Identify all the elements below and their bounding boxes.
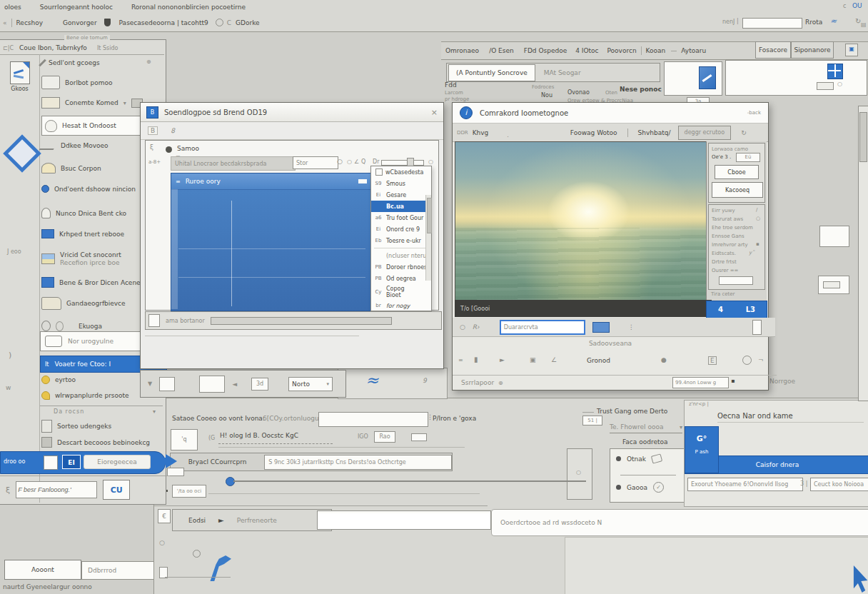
card-footer-button-2[interactable]: Ceuct koo Noiooa — [810, 478, 868, 491]
side-box-2[interactable] — [818, 276, 849, 294]
wave-icon[interactable]: ≈ — [830, 16, 837, 26]
tool-box-icon[interactable] — [159, 377, 175, 391]
setting-item[interactable]: Imrehvror arty — [712, 242, 748, 248]
accept-button[interactable]: Aooont — [4, 560, 81, 580]
setting-item[interactable]: Eirr yuwy — [712, 208, 735, 213]
bg-corner-icon[interactable]: ▣ — [845, 44, 858, 56]
sidebar-item[interactable]: Bene & Bror Dicen Acenedos — [41, 277, 152, 288]
radio-option-2[interactable]: Gaooa ✓ — [616, 482, 664, 493]
menu-item-1[interactable]: oloes — [4, 4, 21, 11]
panel-icon[interactable]: E — [708, 356, 717, 365]
eight-tool-icon[interactable]: 8 — [171, 127, 175, 134]
sidebar-search-input[interactable] — [16, 481, 97, 498]
go-button[interactable] — [592, 322, 610, 333]
bg-menu-item[interactable]: Poovorcn — [607, 47, 637, 54]
bold-tool-icon[interactable]: B — [148, 126, 158, 135]
back-arrow-icon[interactable]: ◄ — [232, 381, 237, 388]
menu-option[interactable]: PBOd oegrea — [371, 273, 431, 284]
mini-tall-box[interactable]: 'q — [171, 429, 198, 450]
mini-slider-track[interactable] — [381, 160, 424, 166]
rail-icon-2[interactable]: a-8+ — [148, 159, 161, 165]
selected-pill-row[interactable]: droo oo EI Eioregeecea — [0, 451, 166, 474]
spinner-box[interactable]: ○ — [567, 448, 592, 500]
ring-icon[interactable] — [742, 356, 752, 365]
sidebar-header-right[interactable]: It Ssido — [97, 45, 118, 51]
menu-item-3[interactable]: Roronal nonononblircien pocoetirne — [131, 4, 246, 11]
note-box[interactable]: Ooerdcrtooe ad rd wssdoceto N — [491, 509, 868, 536]
photo-title-right[interactable]: -back — [747, 110, 761, 116]
sidebar-item[interactable]: Sedl'ont gcoegs — [41, 59, 100, 67]
panel-button-1[interactable]: Cbooe — [715, 165, 759, 179]
globe-icon[interactable]: ● — [661, 356, 667, 363]
bottom-tab-2[interactable]: S 9nc 30k3 jutarrlksttp Cns Dersts!oa Oc… — [264, 455, 452, 470]
euro-box-icon[interactable]: € — [158, 509, 171, 523]
photo-image[interactable] — [455, 141, 707, 301]
toolbar-item-1[interactable]: Recshoy — [16, 19, 44, 26]
rail-icon-1[interactable]: ξ — [150, 144, 153, 151]
card-app-icon[interactable]: G° P ash — [685, 426, 719, 473]
setting-item[interactable]: Tasrurat aws — [712, 216, 743, 222]
menu-option[interactable]: a6Tru foot Gour ew I — [371, 212, 431, 223]
menu-option[interactable]: EbToesre e-ukr — [371, 235, 431, 246]
photo-tab-khvg[interactable]: Khvg — [473, 129, 489, 136]
bg-menu-item[interactable]: Kooan — [646, 47, 666, 54]
setting-item[interactable]: Ousrer == — [712, 268, 738, 273]
pill-checkbox[interactable] — [44, 455, 58, 470]
angle-icon[interactable]: ∠ — [354, 158, 359, 165]
app-icon[interactable] — [10, 61, 30, 84]
bar-icon[interactable]: ▮ — [474, 356, 478, 363]
sidebar-item[interactable]: Ond'oent dshoow nincion — [41, 185, 136, 193]
circle2-icon[interactable]: ○ — [428, 158, 433, 165]
menu-option[interactable]: brfor nogy — [371, 300, 431, 311]
footer-dropdown[interactable]: Norto ▾ — [288, 377, 333, 391]
bg-tab-1[interactable]: Fosacore — [755, 41, 791, 59]
panel-mini-input[interactable]: Eü — [736, 153, 760, 162]
menu-option[interactable]: CyCopog Bioet — [371, 284, 431, 300]
blue-panel-header[interactable]: ≡ Ruroe oory — [171, 173, 371, 190]
sidebar-item[interactable]: Ekuoga — [41, 321, 102, 331]
form-input-1[interactable] — [318, 412, 428, 427]
dropdown-arrow-icon[interactable]: ▼ — [148, 381, 152, 387]
toggle-switch[interactable] — [752, 320, 762, 335]
card-footer-button-1[interactable]: Exoorut Yhoeame 6!Ononvld Ilsog — [687, 478, 803, 491]
panel-input[interactable] — [719, 276, 753, 285]
shield-icon[interactable] — [104, 19, 111, 26]
sidebar-section-item[interactable]: Sorteo udengeks — [41, 420, 111, 433]
menu-option[interactable]: PBDoroer rbnoes — [371, 261, 431, 273]
bottom-tab-1[interactable]: Bryacl CCourrcprn — [171, 458, 264, 465]
dialog-titlebar[interactable]: B Soendlogpoe sd Brend OD19 × — [141, 103, 443, 122]
menu-option[interactable]: (ncluser nteruoe) — [371, 250, 431, 261]
bg-menu-item[interactable]: Omronaeo — [445, 47, 479, 54]
menu-scroll-thumb[interactable] — [427, 198, 432, 233]
setting-item[interactable]: Ennsoe Gans — [712, 233, 745, 239]
sidebar-item[interactable]: Ddkee Movoeo — [41, 141, 108, 150]
menu-option[interactable]: wCbasedesta — [371, 166, 431, 178]
setting-item[interactable]: Drtre frtst — [712, 259, 737, 265]
copy-icon[interactable]: ▤ — [861, 21, 867, 28]
refresh-small-icon[interactable]: ↻ — [741, 129, 747, 136]
box-icon[interactable]: ▣ — [530, 356, 536, 363]
photo-tab-3[interactable]: Foowag Wotoo — [570, 129, 617, 136]
photo-titlebar[interactable]: i Comrakord Ioometognoe -back — [453, 103, 768, 124]
cu-button[interactable]: CU — [103, 480, 130, 500]
value-box[interactable]: '/ta oo oci — [172, 485, 206, 498]
sidebar-item[interactable]: Krhped tnert rebooe — [41, 229, 124, 238]
status-right-box[interactable]: 99.4non Loww g — [672, 377, 729, 388]
menu-option[interactable]: EiOnord cre 9 — [371, 223, 431, 235]
scrollbar-thumb[interactable] — [859, 112, 867, 162]
photo-search-input[interactable]: Duararcrvta — [500, 320, 585, 335]
bg-tab-2[interactable]: Siponanore — [791, 41, 834, 59]
q-icon[interactable]: Q — [361, 158, 365, 165]
bg-subtab-1[interactable]: (A Pontuntly Soncrove — [448, 64, 535, 81]
photo-tab-5[interactable]: deggr ecrutoo — [678, 126, 732, 140]
photo-tab-4[interactable]: Shvhbatq/ — [638, 129, 671, 136]
sidebar-item[interactable]: Bsuc Corpon — [41, 163, 101, 173]
search-icon[interactable]: ○ — [337, 158, 343, 165]
flash-icon[interactable]: ∠ — [551, 356, 557, 363]
sidebar-item-yellow[interactable]: eyrtoo — [41, 376, 76, 384]
menu-scrollbar[interactable] — [425, 195, 431, 281]
bg-menu-item[interactable]: FDd Ospedoe — [524, 47, 567, 54]
field-value-2-box[interactable]: Rao — [374, 431, 395, 443]
menu-icon[interactable]: ≡ — [458, 357, 463, 363]
empty-field[interactable] — [199, 376, 225, 393]
